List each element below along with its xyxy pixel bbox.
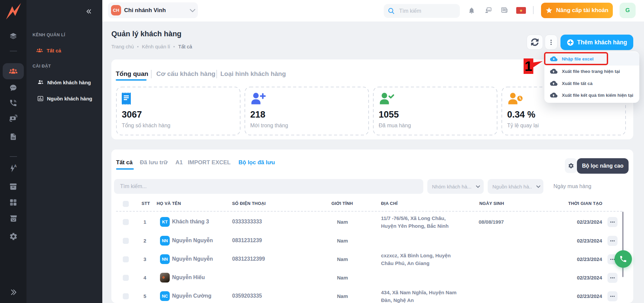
svg-text:A: A <box>14 164 17 168</box>
